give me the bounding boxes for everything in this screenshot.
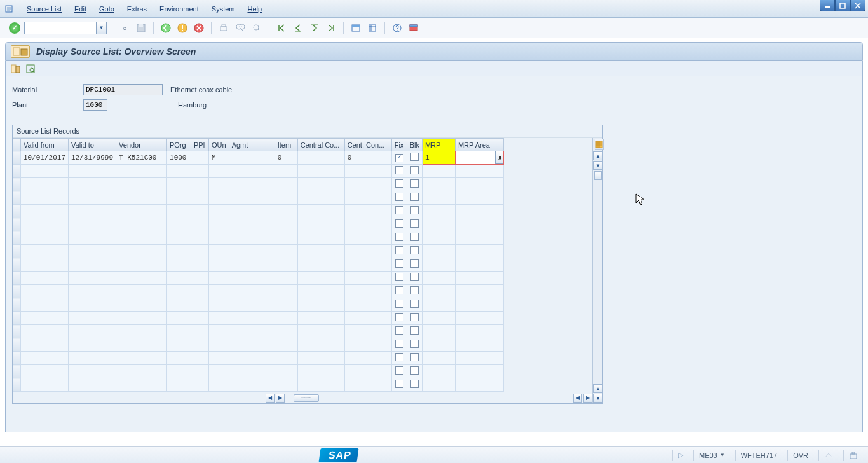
row-selector[interactable] <box>13 272 21 285</box>
table-cell[interactable] <box>422 272 455 285</box>
row-selector[interactable] <box>13 191 21 205</box>
table-cell[interactable] <box>391 285 407 298</box>
table-cell[interactable] <box>275 365 297 378</box>
table-cell[interactable] <box>191 378 209 392</box>
table-cell[interactable] <box>344 298 391 312</box>
checkbox[interactable] <box>395 246 403 254</box>
table-cell[interactable] <box>344 165 391 178</box>
table-cell[interactable] <box>116 258 167 272</box>
table-cell[interactable]: M <box>209 151 229 165</box>
checkbox[interactable] <box>395 219 403 228</box>
table-cell[interactable] <box>21 378 69 392</box>
table-cell[interactable] <box>297 298 344 312</box>
table-cell[interactable] <box>191 325 209 338</box>
table-cell[interactable] <box>422 352 455 365</box>
table-cell[interactable] <box>297 258 344 272</box>
table-cell[interactable] <box>229 378 275 392</box>
table-cell[interactable] <box>116 178 167 191</box>
table-cell[interactable] <box>69 258 116 272</box>
col-header[interactable]: Central Co... <box>297 139 344 151</box>
table-cell[interactable] <box>167 298 191 312</box>
table-cell[interactable] <box>209 272 229 285</box>
table-cell[interactable] <box>229 218 275 232</box>
table-cell[interactable] <box>209 218 229 232</box>
row-selector[interactable] <box>13 205 21 218</box>
checkbox[interactable] <box>395 353 403 361</box>
maximize-button[interactable] <box>835 0 850 11</box>
row-selector[interactable] <box>13 365 21 378</box>
table-cell[interactable] <box>297 205 344 218</box>
table-cell[interactable] <box>69 338 116 352</box>
table-cell[interactable] <box>422 312 455 325</box>
toggle-button[interactable] <box>10 63 21 74</box>
overview-button[interactable] <box>25 63 36 74</box>
table-cell[interactable] <box>455 312 503 325</box>
table-cell[interactable] <box>407 272 422 285</box>
checkbox[interactable] <box>410 259 419 268</box>
table-cell[interactable] <box>407 165 422 178</box>
table-cell[interactable] <box>229 285 275 298</box>
scroll-right2-icon[interactable]: ▶ <box>583 394 592 403</box>
table-cell[interactable]: 1 <box>422 151 455 165</box>
checkbox[interactable] <box>410 166 419 174</box>
table-cell[interactable] <box>167 378 191 392</box>
table-cell[interactable] <box>191 298 209 312</box>
table-cell[interactable] <box>455 285 503 298</box>
checkbox[interactable] <box>410 340 419 348</box>
checkbox[interactable] <box>410 219 419 228</box>
table-cell[interactable] <box>209 178 229 191</box>
col-header[interactable]: Cent. Con... <box>344 139 391 151</box>
table-cell[interactable] <box>229 298 275 312</box>
table-cell[interactable]: 0 <box>344 151 391 165</box>
table-cell[interactable] <box>407 298 422 312</box>
table-cell[interactable] <box>191 285 209 298</box>
table-cell[interactable] <box>407 151 422 165</box>
table-cell[interactable]: 1000 <box>167 151 191 165</box>
next-page-button[interactable] <box>308 21 322 35</box>
table-cell[interactable] <box>21 338 69 352</box>
find-next-button[interactable] <box>250 21 264 35</box>
table-cell[interactable] <box>344 218 391 232</box>
first-page-button[interactable] <box>275 21 288 35</box>
layout-button[interactable] <box>407 21 421 35</box>
table-cell[interactable] <box>407 325 422 338</box>
table-cell[interactable] <box>167 205 191 218</box>
table-cell[interactable] <box>229 191 275 205</box>
row-selector[interactable] <box>13 285 21 298</box>
table-cell[interactable] <box>455 272 503 285</box>
table-cell[interactable] <box>116 218 167 232</box>
table-cell[interactable] <box>391 298 407 312</box>
table-cell[interactable] <box>116 298 167 312</box>
table-cell[interactable] <box>191 178 209 191</box>
table-cell[interactable] <box>275 232 297 245</box>
table-cell[interactable] <box>391 378 407 392</box>
table-cell[interactable] <box>391 352 407 365</box>
plant-input[interactable]: 1000 <box>83 99 107 111</box>
table-cell[interactable] <box>407 312 422 325</box>
table-cell[interactable] <box>21 352 69 365</box>
table-cell[interactable] <box>275 165 297 178</box>
table-cell[interactable] <box>21 191 69 205</box>
table-cell[interactable] <box>116 365 167 378</box>
table-cell[interactable] <box>69 205 116 218</box>
table-cell[interactable] <box>21 312 69 325</box>
table-cell[interactable] <box>407 218 422 232</box>
table-cell[interactable] <box>455 218 503 232</box>
table-cell[interactable] <box>191 232 209 245</box>
table-cell[interactable] <box>191 352 209 365</box>
checkbox[interactable] <box>410 206 419 214</box>
enter-button[interactable]: ✓ <box>8 21 22 35</box>
table-cell[interactable] <box>455 298 503 312</box>
shortcut-button[interactable] <box>365 21 379 35</box>
checkbox[interactable] <box>410 300 419 308</box>
row-selector[interactable] <box>13 378 21 392</box>
table-cell[interactable] <box>167 245 191 258</box>
table-cell[interactable] <box>69 352 116 365</box>
menu-item-system[interactable]: System <box>205 5 241 13</box>
scroll-left-icon[interactable]: ◀ <box>266 394 275 403</box>
table-cell[interactable] <box>167 325 191 338</box>
status-icon2[interactable] <box>843 450 863 461</box>
checkbox[interactable] <box>395 233 403 241</box>
row-selector[interactable] <box>13 325 21 338</box>
col-header[interactable]: Fix <box>391 139 407 151</box>
